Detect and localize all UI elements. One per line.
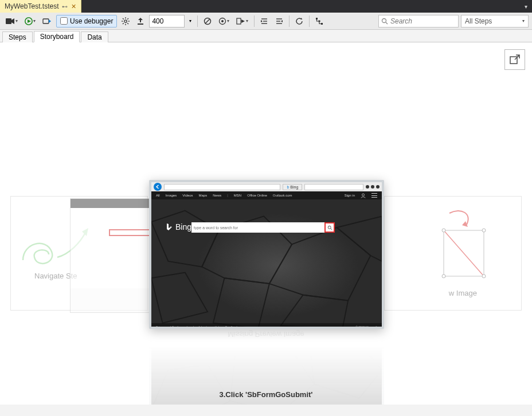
preview-address-bar	[164, 184, 280, 190]
chevron-down-icon: ▾	[522, 18, 525, 23]
delay-input[interactable]	[149, 15, 185, 28]
camera-icon	[6, 17, 15, 25]
tab-storyboard[interactable]: Storyboard	[34, 31, 80, 42]
chevron-down-icon: ▾	[33, 18, 36, 23]
prohibit-icon	[204, 17, 212, 25]
svg-point-33	[482, 229, 486, 232]
chevron-down-icon: ▾	[15, 18, 18, 23]
indent-button[interactable]	[273, 15, 285, 28]
play-icon	[25, 17, 33, 25]
svg-point-34	[442, 274, 445, 278]
svg-rect-24	[316, 18, 318, 19]
svg-line-28	[386, 22, 388, 24]
svg-line-14	[205, 19, 210, 23]
bing-logo-icon	[165, 223, 173, 231]
svg-rect-17	[237, 18, 241, 24]
separator	[289, 15, 290, 27]
breakpoint-button[interactable]: ▾	[216, 15, 232, 28]
preview-page-body: Bing Privacy and Cookies Legal Advertise…	[151, 199, 382, 329]
preview-search-box	[191, 222, 335, 233]
svg-point-27	[382, 18, 386, 22]
step-caption: 3.Click 'SbFormGoSubmit'	[0, 390, 532, 399]
indent-icon	[275, 17, 283, 25]
svg-point-16	[221, 20, 224, 22]
doc-tab-active[interactable]: MyWebTest.tstest ⊷ ×	[0, 0, 81, 13]
stone-texture	[151, 199, 382, 329]
disable-step-button[interactable]	[201, 15, 214, 28]
svg-rect-12	[138, 23, 143, 25]
hierarchy-button[interactable]	[313, 15, 326, 28]
search-submit-highlight	[324, 222, 335, 233]
tree-icon	[315, 17, 323, 25]
use-debugger-toggle[interactable]: Use debugger	[56, 15, 117, 28]
upload-button[interactable]	[134, 15, 147, 28]
run-to-step-button[interactable]	[40, 15, 54, 28]
hamburger-icon	[371, 193, 377, 198]
run-to-icon	[42, 17, 52, 25]
svg-line-8	[123, 18, 124, 19]
chevron-down-icon[interactable]: ▾	[187, 18, 194, 23]
separator	[197, 15, 198, 27]
svg-point-3	[124, 19, 127, 22]
preview-site-menu: All Images Videos Maps News | MSN Office…	[151, 191, 382, 199]
doc-tab-strip: MyWebTest.tstest ⊷ × ▾	[0, 0, 532, 13]
tab-strip-spacer	[81, 0, 520, 13]
preview-browser-chrome: bBing	[151, 182, 382, 191]
run-button[interactable]: ▾	[22, 15, 38, 28]
preview-address-bar-2	[304, 184, 363, 190]
filter-label: All Steps	[465, 17, 492, 25]
continue-on-fail-button[interactable]: ▾	[234, 15, 251, 28]
doc-tab-title: MyWebTest.tstest	[5, 2, 58, 10]
search-icon	[327, 225, 332, 230]
bing-logo: Bing	[165, 222, 191, 231]
svg-point-35	[482, 274, 486, 278]
filter-dropdown[interactable]: All Steps ▾	[461, 15, 529, 28]
close-icon[interactable]: ×	[71, 2, 76, 10]
search-icon	[381, 18, 388, 25]
next-step-diagram-icon	[432, 207, 507, 293]
next-step-label: w Image	[449, 289, 477, 297]
tab-overflow-caret-icon[interactable]: ▾	[520, 0, 532, 13]
tab-data[interactable]: Data	[81, 32, 108, 42]
refresh-icon	[295, 17, 303, 25]
search-input[interactable]	[390, 17, 456, 25]
chevron-down-icon: ▾	[227, 18, 229, 23]
settings-button[interactable]	[119, 15, 132, 28]
faded-ghost-text: Missing Preview Image	[0, 330, 532, 339]
refresh-button[interactable]	[293, 15, 306, 28]
outdent-button[interactable]	[258, 15, 271, 28]
popout-button[interactable]	[504, 49, 525, 70]
svg-point-36	[362, 194, 365, 196]
window-controls-icon	[366, 185, 380, 189]
gear-icon	[122, 17, 130, 25]
preview-footer: Privacy and Cookies Legal Advertise Help…	[151, 323, 382, 329]
upload-icon	[136, 17, 144, 25]
svg-point-32	[442, 229, 445, 232]
svg-line-31	[444, 230, 484, 276]
separator	[309, 15, 310, 27]
target-icon	[218, 17, 226, 25]
storyboard-canvas: Navigate Ste w Image bBing All Images	[0, 42, 532, 405]
view-tabs: Steps Storyboard Data	[0, 30, 532, 42]
use-debugger-label: Use debugger	[70, 17, 113, 25]
skip-icon	[236, 17, 245, 25]
user-icon	[361, 193, 366, 198]
current-step-preview[interactable]: bBing All Images Videos Maps News | MSN …	[149, 180, 384, 329]
search-box[interactable]	[378, 15, 459, 28]
pin-icon[interactable]: ⊷	[62, 3, 68, 10]
svg-rect-25	[319, 20, 320, 22]
svg-rect-0	[6, 18, 11, 24]
preview-search-input	[191, 226, 324, 230]
svg-line-11	[123, 23, 124, 24]
svg-rect-2	[43, 19, 49, 23]
preview-browser-tab: bBing	[283, 184, 302, 190]
highlight-box-faded	[109, 229, 155, 236]
separator	[254, 15, 255, 27]
svg-point-37	[328, 226, 331, 229]
svg-line-9	[128, 23, 129, 24]
tab-steps[interactable]: Steps	[2, 32, 33, 42]
use-debugger-checkbox[interactable]	[60, 17, 68, 25]
toolbar: ▾ ▾ Use debugger ▾ ▾ ▾	[0, 13, 532, 30]
record-button[interactable]: ▾	[3, 15, 20, 28]
chevron-down-icon: ▾	[246, 18, 248, 23]
